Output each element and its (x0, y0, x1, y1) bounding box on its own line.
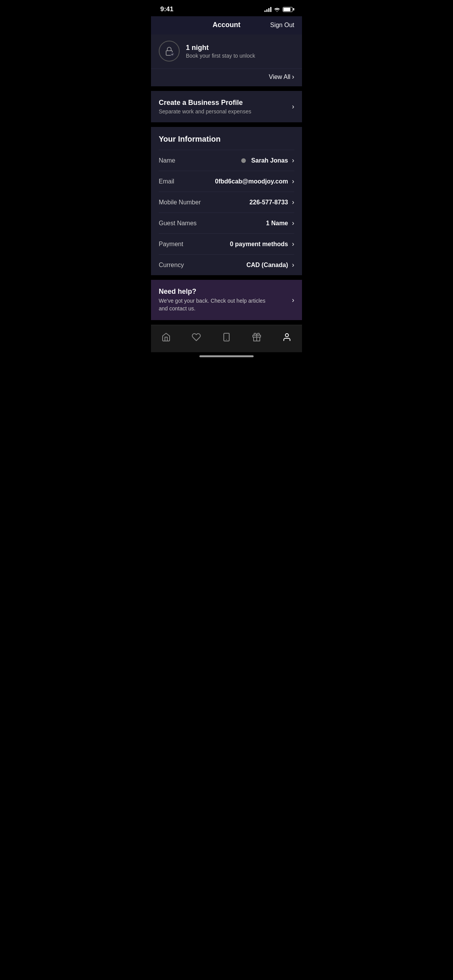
payment-chevron-icon: › (292, 240, 294, 248)
wifi-icon (274, 7, 280, 12)
help-chevron-icon: › (292, 296, 294, 304)
rewards-unlock-text: Book your first stay to unlock (186, 53, 255, 59)
help-title: Need help? (159, 288, 267, 296)
sign-out-button[interactable]: Sign Out (270, 22, 294, 29)
home-pill (199, 355, 254, 357)
svg-point-6 (285, 334, 288, 337)
name-label: Name (159, 157, 175, 164)
info-row-name[interactable]: Name Sarah Jonas › (159, 150, 294, 171)
info-row-guest-names[interactable]: Guest Names 1 Name › (159, 212, 294, 233)
currency-chevron-icon: › (292, 261, 294, 269)
status-time: 9:41 (160, 5, 173, 13)
mobile-chevron-icon: › (292, 198, 294, 206)
info-row-payment[interactable]: Payment 0 payment methods › (159, 233, 294, 254)
business-profile-info: Create a Business Profile Separate work … (159, 99, 251, 115)
mobile-value: 226-577-8733 (249, 199, 288, 206)
guest-names-value-group: 1 Name › (266, 219, 294, 227)
home-indicator (151, 352, 302, 362)
mobile-label: Mobile Number (159, 199, 201, 206)
info-row-email[interactable]: Email 0fbd6cab@moodjoy.com › (159, 171, 294, 192)
currency-value: CAD (Canada) (246, 262, 288, 269)
view-all-row[interactable]: View All › (151, 69, 302, 86)
view-all-chevron-icon: › (292, 73, 294, 81)
help-card[interactable]: Need help? We've got your back. Check ou… (151, 280, 302, 320)
help-subtitle: We've got your back. Check out help arti… (159, 297, 267, 312)
info-row-currency[interactable]: Currency CAD (Canada) › (159, 254, 294, 275)
home-icon (161, 332, 171, 342)
name-value-group: Sarah Jonas › (241, 156, 294, 164)
rewards-card-wrapper: 1 night Book your first stay to unlock V… (151, 34, 302, 86)
rewards-nights-count: 1 night (186, 44, 255, 52)
view-all-label: View All (269, 74, 290, 81)
currency-label: Currency (159, 262, 184, 269)
nav-item-trips[interactable] (217, 330, 236, 344)
name-dot-icon (241, 158, 246, 163)
guest-names-chevron-icon: › (292, 219, 294, 227)
name-value: Sarah Jonas (251, 157, 288, 164)
business-profile-title: Create a Business Profile (159, 99, 251, 107)
status-bar: 9:41 (151, 0, 302, 16)
currency-value-group: CAD (Canada) › (246, 261, 294, 269)
rewards-info: 1 night Book your first stay to unlock (186, 44, 255, 59)
battery-icon (283, 7, 293, 12)
nav-item-wishlist[interactable] (187, 330, 206, 344)
page-title: Account (213, 21, 240, 29)
signal-icon (264, 7, 271, 12)
business-profile-card[interactable]: Create a Business Profile Separate work … (151, 91, 302, 122)
your-information-title: Your Information (159, 135, 294, 144)
business-profile-chevron-icon: › (292, 103, 294, 111)
rewards-card[interactable]: 1 night Book your first stay to unlock (151, 34, 302, 69)
email-chevron-icon: › (292, 177, 294, 185)
nav-item-profile[interactable] (277, 330, 297, 344)
your-information-section: Your Information Name Sarah Jonas › Emai… (151, 127, 302, 275)
guest-names-value: 1 Name (266, 220, 288, 227)
inbox-icon (252, 332, 262, 342)
nav-header: Account Sign Out (151, 16, 302, 34)
mobile-value-group: 226-577-8733 › (249, 198, 294, 206)
info-row-mobile[interactable]: Mobile Number 226-577-8733 › (159, 192, 294, 212)
spacer-1 (151, 86, 302, 91)
payment-value-group: 0 payment methods › (230, 240, 294, 248)
business-profile-subtitle: Separate work and personal expenses (159, 108, 251, 115)
nav-item-home[interactable] (156, 330, 176, 344)
guest-names-label: Guest Names (159, 220, 197, 227)
email-value-group: 0fbd6cab@moodjoy.com › (215, 177, 294, 185)
svg-point-1 (170, 52, 174, 56)
name-chevron-icon: › (292, 156, 294, 164)
trips-icon (221, 332, 232, 342)
help-info: Need help? We've got your back. Check ou… (159, 288, 267, 312)
payment-value: 0 payment methods (230, 241, 288, 248)
email-value: 0fbd6cab@moodjoy.com (215, 178, 288, 185)
nav-item-inbox[interactable] (247, 330, 266, 344)
payment-label: Payment (159, 241, 183, 248)
bottom-nav (151, 325, 302, 352)
profile-icon (282, 332, 292, 342)
heart-icon (191, 332, 201, 342)
email-label: Email (159, 178, 174, 185)
rewards-lock-icon (159, 41, 180, 62)
rewards-left: 1 night Book your first stay to unlock (159, 41, 255, 62)
status-icons (264, 7, 293, 12)
